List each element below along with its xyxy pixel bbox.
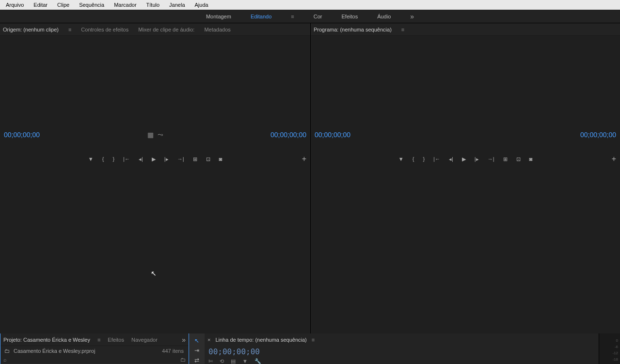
p-add-button-icon[interactable]: +: [612, 155, 616, 163]
timeline-panel: × Linha de tempo: (nenhuma sequência) ≡ …: [205, 333, 599, 364]
p-marker-icon[interactable]: ▼: [398, 156, 404, 162]
source-tc-left: 00;00;00;00: [4, 131, 40, 139]
tab-controles-efeitos[interactable]: Controles de efeitos: [81, 27, 128, 32]
ws-audio[interactable]: Áudio: [377, 14, 391, 19]
program-viewer: 00;00;00;00 00;00;00;00 ▼ { } |← ◂| ▶ |▸…: [311, 36, 620, 333]
project-filename: Casamento Éricka e Wesley.prproj: [14, 348, 95, 354]
ws-editando[interactable]: Editando: [251, 14, 271, 19]
menu-titulo[interactable]: Título: [142, 1, 165, 9]
menubar: Arquivo Editar Clipe Sequência Marcador …: [0, 0, 620, 10]
tab-timeline[interactable]: Linha de tempo: (nenhuma sequência): [215, 337, 306, 343]
ws-overflow-icon[interactable]: »: [410, 13, 414, 20]
tab-mixer-audio[interactable]: Mixer de clipe de áudio:: [138, 27, 194, 32]
menu-clipe[interactable]: Clipe: [52, 1, 74, 9]
p-lift-icon[interactable]: ⊞: [503, 156, 508, 162]
program-transport: ▼ { } |← ◂| ▶ |▸ →| ⊞ ⊡ ◙ +: [311, 151, 620, 167]
out-point-icon[interactable]: }: [112, 156, 114, 162]
timeline-menu-icon[interactable]: ≡: [312, 337, 315, 343]
go-to-out-icon[interactable]: →|: [177, 156, 184, 162]
menu-arquivo[interactable]: Arquivo: [1, 1, 29, 9]
programa-menu-icon[interactable]: ≡: [401, 27, 404, 32]
tab-programa[interactable]: Programa: (nenhuma sequência): [314, 27, 392, 32]
go-to-in-icon[interactable]: |←: [123, 156, 130, 162]
insert-icon[interactable]: ⊞: [193, 156, 197, 162]
tab-projeto[interactable]: Projeto: Casamento Éricka e Wesley: [3, 337, 90, 343]
marker-icon[interactable]: ▼: [88, 156, 94, 162]
program-viewer-area[interactable]: [311, 36, 620, 128]
program-tc-right: 00;00;00;00: [580, 131, 616, 139]
settings-icon[interactable]: ⤳: [158, 131, 163, 139]
source-viewer: 00;00;00;00 ▦⤳ 00;00;00;00 ▼ { } |← ◂| ▶…: [0, 36, 310, 333]
meter-0: 0: [599, 338, 620, 343]
settings-wrench-icon[interactable]: 🔧: [254, 358, 261, 364]
meter-18: -18: [599, 357, 620, 362]
folder-icon: 🗀: [4, 348, 10, 354]
p-out-icon[interactable]: }: [423, 156, 425, 162]
source-viewer-area[interactable]: [0, 36, 310, 128]
tab-efeitos[interactable]: Efeitos: [108, 337, 124, 343]
ws-montagem[interactable]: Montagem: [206, 14, 231, 19]
menu-ajuda[interactable]: Ajuda: [190, 1, 213, 9]
p-step-fwd-icon[interactable]: |▸: [475, 156, 479, 162]
origem-menu-icon[interactable]: ≡: [68, 27, 71, 32]
timeline-marker-icon[interactable]: ▼: [242, 358, 248, 364]
ripple-edit-icon[interactable]: ⇄: [192, 357, 202, 364]
tab-metadados[interactable]: Metadados: [204, 27, 230, 32]
ws-efeitos[interactable]: Efeitos: [342, 14, 358, 19]
step-back-icon[interactable]: ◂|: [139, 156, 143, 162]
tab-origem[interactable]: Origem: (nenhum clipe): [3, 27, 59, 32]
ws-editando-menu-icon[interactable]: ≡: [291, 14, 294, 19]
program-panel-tabs: Programa: (nenhuma sequência) ≡: [311, 23, 620, 36]
source-tc-right: 00;00;00;00: [270, 131, 306, 139]
p-go-out-icon[interactable]: →|: [488, 156, 494, 162]
p-go-in-icon[interactable]: |←: [433, 156, 440, 162]
search-icon[interactable]: ⌕: [3, 357, 7, 363]
snap-icon[interactable]: ✄: [208, 358, 213, 364]
track-select-fwd-icon[interactable]: ⇥: [192, 347, 202, 354]
tools-panel: ↖ ⇥ ⇄ ✛ ↔ ⟋ |↔| ⇆ ✎ ✋ 🔍: [189, 333, 205, 364]
linked-selection-icon[interactable]: ⟲: [220, 358, 224, 364]
tab-navegador[interactable]: Navegador: [131, 337, 158, 343]
project-panel: Projeto: Casamento Éricka e Wesley ≡ Efe…: [0, 333, 189, 364]
overwrite-icon[interactable]: ⊡: [206, 156, 210, 162]
ws-cor[interactable]: Cor: [314, 14, 322, 19]
play-icon[interactable]: ▶: [152, 156, 156, 162]
audio-meters: 0 -6 -12 -18 -24 -30 -36 -42 -48 -54 dB: [599, 333, 620, 364]
p-export-frame-icon[interactable]: ◙: [529, 156, 533, 162]
meter-6: -6: [599, 345, 620, 349]
timeline-toolbar: ✄ ⟲ ▤ ▼ 🔧: [205, 357, 599, 364]
item-count: 447 itens: [162, 348, 184, 354]
projeto-menu-icon[interactable]: ≡: [97, 337, 100, 343]
menu-janela[interactable]: Janela: [164, 1, 190, 9]
selection-tool-icon[interactable]: ↖: [192, 337, 202, 344]
p-play-icon[interactable]: ▶: [462, 156, 466, 162]
add-button-icon[interactable]: +: [302, 155, 306, 163]
p-in-icon[interactable]: {: [413, 156, 414, 162]
workspace-tabs: Montagem Editando ≡ Cor Efeitos Áudio »: [0, 10, 620, 23]
timeline-close-icon[interactable]: ×: [207, 337, 210, 343]
in-point-icon[interactable]: {: [102, 156, 104, 162]
timeline-timecode[interactable]: 00;00;00;00: [205, 346, 599, 357]
project-overflow-icon[interactable]: »: [182, 336, 186, 344]
source-transport: ▼ { } |← ◂| ▶ |▸ →| ⊞ ⊡ ◙ +: [0, 151, 310, 167]
p-step-back-icon[interactable]: ◂|: [449, 156, 453, 162]
step-fwd-icon[interactable]: |▸: [164, 156, 169, 162]
p-extract-icon[interactable]: ⊡: [516, 156, 521, 162]
export-frame-icon[interactable]: ◙: [219, 156, 223, 162]
menu-sequencia[interactable]: Sequência: [74, 1, 109, 9]
fit-icon[interactable]: ▦: [147, 131, 154, 139]
meter-12: -12: [599, 351, 620, 355]
source-panel-tabs: Origem: (nenhum clipe) ≡ Controles de ef…: [0, 23, 310, 36]
menu-marcador[interactable]: Marcador: [109, 1, 141, 9]
new-bin-quick-icon[interactable]: 🗀: [180, 357, 186, 363]
add-marker-icon[interactable]: ▤: [231, 358, 236, 364]
menu-editar[interactable]: Editar: [29, 1, 52, 9]
program-tc-left: 00;00;00;00: [315, 131, 350, 139]
